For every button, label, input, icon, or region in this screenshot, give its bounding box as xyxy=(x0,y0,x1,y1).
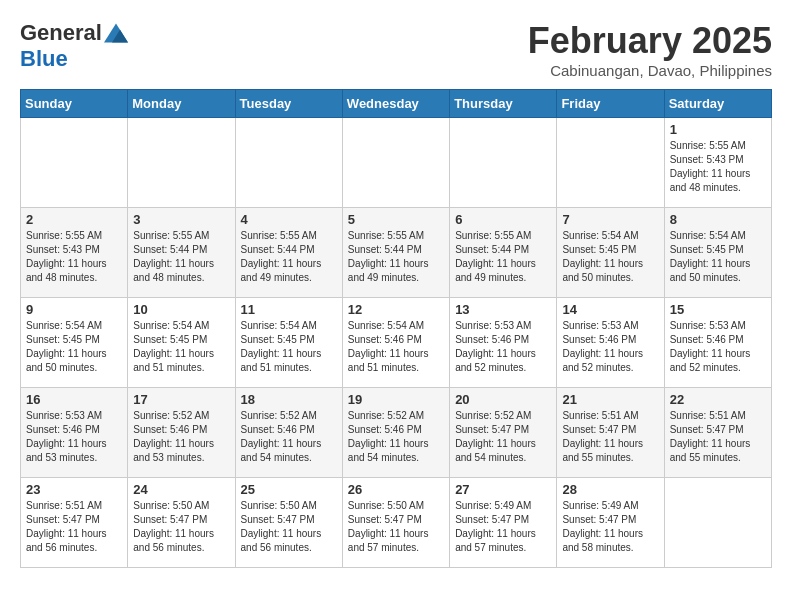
day-info: Sunrise: 5:51 AM Sunset: 5:47 PM Dayligh… xyxy=(670,409,766,465)
calendar-day-cell xyxy=(557,118,664,208)
calendar-day-cell xyxy=(664,478,771,568)
day-info: Sunrise: 5:55 AM Sunset: 5:44 PM Dayligh… xyxy=(241,229,337,285)
calendar-day-cell: 12Sunrise: 5:54 AM Sunset: 5:46 PM Dayli… xyxy=(342,298,449,388)
day-number: 3 xyxy=(133,212,229,227)
calendar-day-cell: 23Sunrise: 5:51 AM Sunset: 5:47 PM Dayli… xyxy=(21,478,128,568)
calendar-week-row: 16Sunrise: 5:53 AM Sunset: 5:46 PM Dayli… xyxy=(21,388,772,478)
location-subtitle: Cabinuangan, Davao, Philippines xyxy=(528,62,772,79)
day-info: Sunrise: 5:54 AM Sunset: 5:45 PM Dayligh… xyxy=(241,319,337,375)
page-header: General Blue February 2025 Cabinuangan, … xyxy=(20,20,772,79)
day-info: Sunrise: 5:55 AM Sunset: 5:44 PM Dayligh… xyxy=(455,229,551,285)
calendar-day-cell: 9Sunrise: 5:54 AM Sunset: 5:45 PM Daylig… xyxy=(21,298,128,388)
calendar-week-row: 2Sunrise: 5:55 AM Sunset: 5:43 PM Daylig… xyxy=(21,208,772,298)
calendar-day-cell: 4Sunrise: 5:55 AM Sunset: 5:44 PM Daylig… xyxy=(235,208,342,298)
calendar-day-cell: 28Sunrise: 5:49 AM Sunset: 5:47 PM Dayli… xyxy=(557,478,664,568)
column-header-monday: Monday xyxy=(128,90,235,118)
day-info: Sunrise: 5:54 AM Sunset: 5:45 PM Dayligh… xyxy=(133,319,229,375)
day-number: 4 xyxy=(241,212,337,227)
calendar-day-cell: 8Sunrise: 5:54 AM Sunset: 5:45 PM Daylig… xyxy=(664,208,771,298)
calendar-day-cell: 24Sunrise: 5:50 AM Sunset: 5:47 PM Dayli… xyxy=(128,478,235,568)
day-info: Sunrise: 5:55 AM Sunset: 5:43 PM Dayligh… xyxy=(26,229,122,285)
day-number: 14 xyxy=(562,302,658,317)
column-header-tuesday: Tuesday xyxy=(235,90,342,118)
calendar-day-cell: 5Sunrise: 5:55 AM Sunset: 5:44 PM Daylig… xyxy=(342,208,449,298)
calendar-day-cell: 13Sunrise: 5:53 AM Sunset: 5:46 PM Dayli… xyxy=(450,298,557,388)
day-info: Sunrise: 5:53 AM Sunset: 5:46 PM Dayligh… xyxy=(455,319,551,375)
calendar-day-cell: 7Sunrise: 5:54 AM Sunset: 5:45 PM Daylig… xyxy=(557,208,664,298)
day-number: 24 xyxy=(133,482,229,497)
title-block: February 2025 Cabinuangan, Davao, Philip… xyxy=(528,20,772,79)
calendar-day-cell xyxy=(235,118,342,208)
day-number: 17 xyxy=(133,392,229,407)
calendar-day-cell: 20Sunrise: 5:52 AM Sunset: 5:47 PM Dayli… xyxy=(450,388,557,478)
day-number: 5 xyxy=(348,212,444,227)
day-info: Sunrise: 5:49 AM Sunset: 5:47 PM Dayligh… xyxy=(562,499,658,555)
day-number: 8 xyxy=(670,212,766,227)
calendar-day-cell: 27Sunrise: 5:49 AM Sunset: 5:47 PM Dayli… xyxy=(450,478,557,568)
day-info: Sunrise: 5:55 AM Sunset: 5:44 PM Dayligh… xyxy=(133,229,229,285)
day-number: 1 xyxy=(670,122,766,137)
day-number: 20 xyxy=(455,392,551,407)
day-info: Sunrise: 5:55 AM Sunset: 5:43 PM Dayligh… xyxy=(670,139,766,195)
day-number: 15 xyxy=(670,302,766,317)
calendar-day-cell: 22Sunrise: 5:51 AM Sunset: 5:47 PM Dayli… xyxy=(664,388,771,478)
day-info: Sunrise: 5:52 AM Sunset: 5:47 PM Dayligh… xyxy=(455,409,551,465)
day-number: 11 xyxy=(241,302,337,317)
calendar-day-cell: 17Sunrise: 5:52 AM Sunset: 5:46 PM Dayli… xyxy=(128,388,235,478)
day-number: 18 xyxy=(241,392,337,407)
logo-general-text: General xyxy=(20,20,102,46)
day-info: Sunrise: 5:51 AM Sunset: 5:47 PM Dayligh… xyxy=(26,499,122,555)
calendar-day-cell xyxy=(342,118,449,208)
day-number: 12 xyxy=(348,302,444,317)
day-number: 10 xyxy=(133,302,229,317)
day-info: Sunrise: 5:55 AM Sunset: 5:44 PM Dayligh… xyxy=(348,229,444,285)
calendar-table: SundayMondayTuesdayWednesdayThursdayFrid… xyxy=(20,89,772,568)
logo-icon xyxy=(104,23,128,43)
calendar-day-cell: 15Sunrise: 5:53 AM Sunset: 5:46 PM Dayli… xyxy=(664,298,771,388)
day-number: 28 xyxy=(562,482,658,497)
logo: General Blue xyxy=(20,20,128,72)
calendar-day-cell: 19Sunrise: 5:52 AM Sunset: 5:46 PM Dayli… xyxy=(342,388,449,478)
day-number: 27 xyxy=(455,482,551,497)
day-number: 26 xyxy=(348,482,444,497)
column-header-friday: Friday xyxy=(557,90,664,118)
day-info: Sunrise: 5:54 AM Sunset: 5:45 PM Dayligh… xyxy=(26,319,122,375)
day-info: Sunrise: 5:50 AM Sunset: 5:47 PM Dayligh… xyxy=(241,499,337,555)
calendar-day-cell: 11Sunrise: 5:54 AM Sunset: 5:45 PM Dayli… xyxy=(235,298,342,388)
calendar-week-row: 1Sunrise: 5:55 AM Sunset: 5:43 PM Daylig… xyxy=(21,118,772,208)
day-info: Sunrise: 5:54 AM Sunset: 5:46 PM Dayligh… xyxy=(348,319,444,375)
day-info: Sunrise: 5:53 AM Sunset: 5:46 PM Dayligh… xyxy=(670,319,766,375)
day-info: Sunrise: 5:49 AM Sunset: 5:47 PM Dayligh… xyxy=(455,499,551,555)
day-info: Sunrise: 5:54 AM Sunset: 5:45 PM Dayligh… xyxy=(562,229,658,285)
day-info: Sunrise: 5:50 AM Sunset: 5:47 PM Dayligh… xyxy=(348,499,444,555)
day-info: Sunrise: 5:52 AM Sunset: 5:46 PM Dayligh… xyxy=(348,409,444,465)
day-number: 19 xyxy=(348,392,444,407)
calendar-day-cell: 10Sunrise: 5:54 AM Sunset: 5:45 PM Dayli… xyxy=(128,298,235,388)
day-number: 16 xyxy=(26,392,122,407)
calendar-day-cell xyxy=(450,118,557,208)
day-number: 2 xyxy=(26,212,122,227)
calendar-day-cell: 14Sunrise: 5:53 AM Sunset: 5:46 PM Dayli… xyxy=(557,298,664,388)
calendar-header-row: SundayMondayTuesdayWednesdayThursdayFrid… xyxy=(21,90,772,118)
month-year-title: February 2025 xyxy=(528,20,772,62)
day-number: 13 xyxy=(455,302,551,317)
calendar-week-row: 9Sunrise: 5:54 AM Sunset: 5:45 PM Daylig… xyxy=(21,298,772,388)
column-header-thursday: Thursday xyxy=(450,90,557,118)
calendar-day-cell: 16Sunrise: 5:53 AM Sunset: 5:46 PM Dayli… xyxy=(21,388,128,478)
day-info: Sunrise: 5:54 AM Sunset: 5:45 PM Dayligh… xyxy=(670,229,766,285)
calendar-day-cell: 6Sunrise: 5:55 AM Sunset: 5:44 PM Daylig… xyxy=(450,208,557,298)
column-header-sunday: Sunday xyxy=(21,90,128,118)
calendar-day-cell: 25Sunrise: 5:50 AM Sunset: 5:47 PM Dayli… xyxy=(235,478,342,568)
day-number: 21 xyxy=(562,392,658,407)
day-info: Sunrise: 5:52 AM Sunset: 5:46 PM Dayligh… xyxy=(241,409,337,465)
column-header-wednesday: Wednesday xyxy=(342,90,449,118)
day-info: Sunrise: 5:53 AM Sunset: 5:46 PM Dayligh… xyxy=(26,409,122,465)
day-number: 23 xyxy=(26,482,122,497)
day-info: Sunrise: 5:52 AM Sunset: 5:46 PM Dayligh… xyxy=(133,409,229,465)
day-number: 7 xyxy=(562,212,658,227)
calendar-day-cell: 18Sunrise: 5:52 AM Sunset: 5:46 PM Dayli… xyxy=(235,388,342,478)
day-number: 6 xyxy=(455,212,551,227)
day-info: Sunrise: 5:50 AM Sunset: 5:47 PM Dayligh… xyxy=(133,499,229,555)
calendar-day-cell: 2Sunrise: 5:55 AM Sunset: 5:43 PM Daylig… xyxy=(21,208,128,298)
day-info: Sunrise: 5:53 AM Sunset: 5:46 PM Dayligh… xyxy=(562,319,658,375)
